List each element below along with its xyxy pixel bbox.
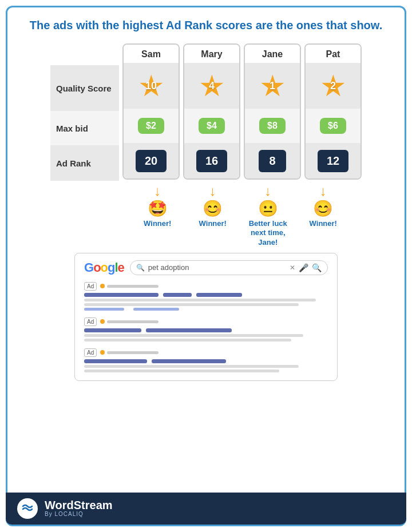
max-bid-value: $6	[320, 118, 346, 134]
quality-score: 4	[209, 80, 215, 92]
google-mockup: Google 🔍 pet adoption ✕ 🎤 🔍 Ad	[74, 253, 338, 381]
maxbid-cell-jane: $8	[245, 109, 300, 143]
ad-rank-value: 12	[318, 150, 348, 172]
brand-name: WordStream	[45, 499, 113, 511]
maxbid-cell-sam: $2	[124, 109, 179, 143]
arrow-down: ↓	[209, 184, 216, 198]
ad-tag-1: Ad	[84, 282, 97, 291]
outcome-emoji-sam: 🤩	[148, 199, 168, 218]
outcomes-google-section: ↓🤩Winner!↓😊Winner!↓😐Better luck next tim…	[63, 181, 349, 381]
person-name-mary: Mary	[184, 45, 239, 63]
ad-url-line-1	[100, 284, 159, 288]
quality-cell-sam: ★ 10	[124, 63, 179, 109]
ad-result-2: Ad	[84, 317, 328, 342]
quality-score: 10	[145, 80, 157, 92]
arrow-down: ↓	[320, 184, 327, 198]
person-col-pat: Pat ★ 2 $612	[304, 43, 362, 180]
page-title: The ads with the highest Ad Rank scores …	[30, 18, 382, 33]
quality-score: 1	[270, 80, 275, 92]
ad-url-line-2	[100, 319, 159, 324]
columns-area: Sam ★ 10 $220Mary ★ 4 $416Jane ★ 1 $88Pa…	[122, 43, 362, 180]
adrank-cell-sam: 20	[124, 143, 179, 178]
person-col-jane: Jane ★ 1 $88	[244, 43, 301, 180]
brand-sub: By LOCALIQ	[45, 511, 113, 518]
ad-content-3	[84, 359, 328, 372]
arrow-down: ↓	[264, 184, 271, 198]
ad-url-line-3	[100, 350, 159, 355]
outcomes-section: ↓🤩Winner!↓😊Winner!↓😐Better luck next tim…	[63, 184, 349, 247]
ad-rank-value: 20	[136, 150, 167, 172]
outcome-col-mary: ↓😊Winner!	[187, 184, 239, 247]
person-name-jane: Jane	[245, 45, 300, 63]
ad-label-row-1: Ad	[84, 282, 328, 291]
max-bid-value: $2	[138, 118, 164, 134]
maxbid-cell-mary: $4	[184, 109, 239, 143]
outcome-label-mary: Winner!	[199, 219, 227, 228]
quality-cell-pat: ★ 2	[306, 63, 360, 109]
outcome-col-pat: ↓😊Winner!	[298, 184, 350, 247]
maxbid-cell-pat: $6	[306, 109, 360, 143]
ad-result-1: Ad	[84, 282, 328, 311]
row-labels: Quality Score Max bid Ad Rank	[50, 43, 119, 181]
outcome-emoji-mary: 😊	[203, 199, 223, 218]
pat-dot	[100, 350, 105, 355]
ad-result-3: Ad	[84, 348, 328, 372]
search-icon: 🔍	[136, 264, 145, 272]
ad-label-row-3: Ad	[84, 348, 328, 357]
star-badge: ★ 1	[256, 70, 288, 102]
person-name-pat: Pat	[306, 45, 360, 63]
ad-label-row-2: Ad	[84, 317, 328, 326]
ad-content-1	[84, 293, 328, 311]
mic-icon[interactable]: 🎤	[299, 263, 308, 272]
lens-icon[interactable]: 🔍	[312, 263, 322, 272]
wordstream-text: WordStream By LOCALIQ	[45, 499, 113, 518]
ad-tag-3: Ad	[84, 348, 97, 357]
star-badge: ★ 4	[196, 70, 228, 102]
search-query: pet adoption	[148, 263, 286, 272]
outcome-emoji-pat: 😊	[313, 199, 333, 218]
outcome-label-jane: Better luck next time, Jane!	[242, 219, 294, 247]
outcome-label-pat: Winner!	[310, 219, 337, 228]
max-bid-value: $8	[259, 118, 286, 134]
outcome-label-sam: Winner!	[144, 219, 171, 228]
ad-rank-label: Ad Rank	[50, 145, 119, 181]
quality-score-label: Quality Score	[50, 65, 119, 111]
adrank-cell-pat: 12	[306, 143, 360, 178]
search-bar[interactable]: 🔍 pet adoption ✕ 🎤 🔍	[130, 260, 328, 275]
google-logo: Google	[84, 260, 124, 275]
star-badge: ★ 2	[317, 70, 349, 102]
person-name-sam: Sam	[124, 45, 179, 63]
star-badge: ★ 10	[135, 70, 167, 102]
arrow-down: ↓	[154, 184, 161, 198]
max-bid-label: Max bid	[50, 111, 119, 145]
outer-border: The ads with the highest Ad Rank scores …	[6, 6, 406, 526]
quality-cell-jane: ★ 1	[245, 63, 300, 109]
table-wrapper: Quality Score Max bid Ad Rank Sam ★ 10 $…	[17, 43, 395, 181]
main-content: The ads with the highest Ad Rank scores …	[17, 18, 395, 493]
mary-dot	[100, 319, 105, 324]
outcome-col-jane: ↓😐Better luck next time, Jane!	[242, 184, 294, 247]
quality-score: 2	[330, 80, 336, 92]
ad-content-2	[84, 328, 328, 342]
adrank-cell-mary: 16	[184, 143, 239, 178]
sam-dot	[100, 284, 105, 288]
person-col-mary: Mary ★ 4 $416	[183, 43, 240, 180]
ad-rank-value: 8	[259, 150, 286, 172]
person-col-sam: Sam ★ 10 $220	[122, 43, 180, 180]
ad-rank-value: 16	[196, 150, 227, 172]
google-header: Google 🔍 pet adoption ✕ 🎤 🔍	[84, 260, 328, 275]
wordstream-logo	[17, 498, 38, 519]
max-bid-value: $4	[199, 118, 225, 134]
ad-tag-2: Ad	[84, 317, 97, 326]
outcome-emoji-jane: 😐	[258, 199, 278, 218]
quality-cell-mary: ★ 4	[184, 63, 239, 109]
clear-icon[interactable]: ✕	[290, 264, 295, 272]
outcome-col-sam: ↓🤩Winner!	[132, 184, 184, 247]
footer: WordStream By LOCALIQ	[6, 493, 406, 525]
adrank-cell-jane: 8	[245, 143, 300, 178]
